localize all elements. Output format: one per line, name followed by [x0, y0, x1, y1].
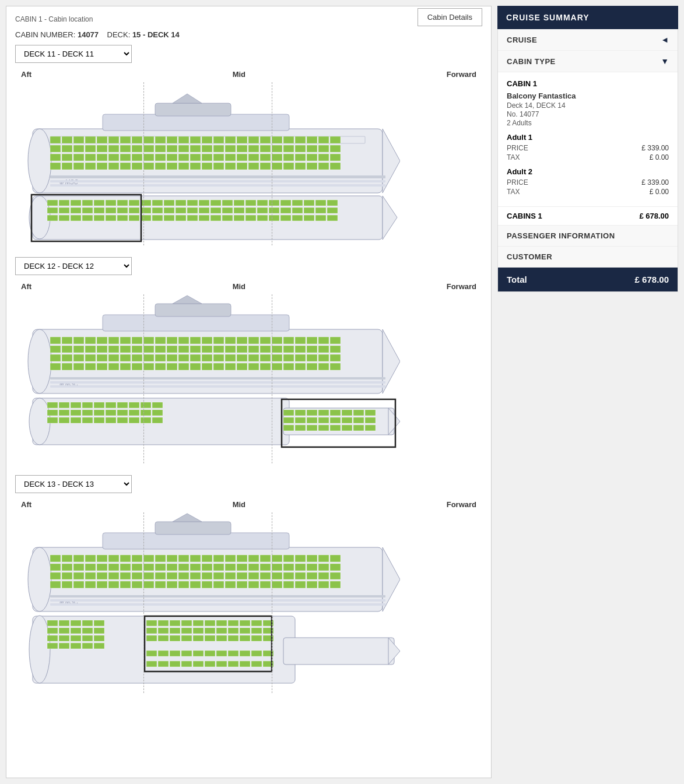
- svg-rect-352: [307, 425, 317, 431]
- svg-rect-169: [106, 215, 116, 221]
- passenger-info-row[interactable]: PASSENGER INFORMATION: [498, 226, 678, 247]
- svg-rect-78: [295, 154, 306, 161]
- svg-rect-315: [59, 410, 69, 416]
- svg-rect-506: [170, 628, 180, 634]
- svg-rect-402: [190, 564, 201, 571]
- svg-rect-440: [50, 581, 61, 588]
- customer-row[interactable]: CUSTOMER: [498, 247, 678, 268]
- deck12-select[interactable]: DECK 12 - DECK 12: [15, 257, 132, 275]
- svg-rect-397: [132, 564, 142, 571]
- svg-rect-92: [167, 163, 177, 170]
- svg-rect-153: [211, 208, 221, 213]
- svg-rect-43: [178, 145, 189, 152]
- adult2-price-label: PRICE: [507, 178, 528, 187]
- svg-rect-528: [170, 651, 180, 656]
- svg-rect-236: [225, 346, 236, 353]
- svg-rect-327: [82, 417, 93, 423]
- svg-rect-317: [82, 410, 93, 416]
- svg-rect-419: [97, 572, 107, 579]
- svg-rect-122: [141, 200, 151, 206]
- svg-rect-38: [120, 145, 131, 152]
- svg-rect-333: [152, 417, 163, 423]
- svg-rect-443: [85, 581, 96, 588]
- svg-rect-456: [237, 581, 247, 588]
- svg-rect-467: [50, 599, 385, 602]
- svg-rect-413: [318, 564, 329, 571]
- svg-rect-323: [152, 410, 163, 416]
- svg-rect-146: [129, 208, 139, 213]
- svg-rect-441: [62, 581, 72, 588]
- svg-rect-348: [353, 417, 364, 423]
- svg-rect-449: [155, 581, 166, 588]
- svg-rect-27: [283, 136, 294, 143]
- cabin-type-expand-icon[interactable]: ▼: [661, 57, 669, 66]
- svg-rect-175: [176, 215, 186, 221]
- cabin-type-row[interactable]: CABIN TYPE ▼: [498, 51, 678, 72]
- svg-rect-521: [216, 635, 227, 641]
- svg-rect-91: [155, 163, 166, 170]
- svg-rect-208: [190, 337, 201, 344]
- cabin-details-button[interactable]: Cabin Details: [418, 8, 482, 26]
- svg-rect-144: [106, 208, 116, 213]
- svg-rect-29: [307, 136, 317, 143]
- svg-point-113: [29, 196, 50, 239]
- svg-rect-257: [178, 354, 189, 361]
- svg-rect-312: [141, 402, 151, 408]
- svg-rect-451: [178, 581, 189, 588]
- svg-rect-207: [178, 337, 189, 344]
- svg-point-470: [29, 616, 50, 683]
- svg-rect-530: [193, 651, 204, 656]
- svg-rect-331: [129, 417, 139, 423]
- svg-rect-143: [94, 208, 104, 213]
- svg-rect-265: [272, 354, 282, 361]
- deck12-mid-label: Mid: [233, 282, 245, 291]
- svg-rect-493: [146, 620, 157, 626]
- svg-rect-14: [132, 136, 142, 143]
- svg-rect-318: [94, 410, 104, 416]
- svg-rect-491: [82, 643, 93, 649]
- svg-rect-229: [143, 346, 154, 353]
- svg-rect-123: [152, 200, 163, 206]
- svg-rect-267: [295, 354, 306, 361]
- svg-rect-403: [202, 564, 212, 571]
- svg-rect-157: [257, 208, 268, 213]
- svg-rect-203: [132, 337, 142, 344]
- svg-rect-66: [155, 154, 166, 161]
- svg-rect-213: [248, 337, 259, 344]
- cruise-collapse-icon[interactable]: ◄: [661, 35, 669, 44]
- svg-rect-247: [62, 354, 72, 361]
- svg-rect-332: [141, 417, 151, 423]
- deck11-select[interactable]: DECK 11 - DECK 11: [15, 45, 132, 63]
- svg-rect-484: [59, 635, 69, 641]
- deck13-select[interactable]: DECK 13 - DECK 13: [15, 475, 132, 493]
- svg-rect-163: [327, 208, 338, 213]
- svg-rect-512: [240, 628, 250, 634]
- svg-rect-355: [342, 425, 352, 431]
- cabin-type-row-label: CABIN TYPE: [507, 57, 556, 66]
- svg-rect-289: [260, 363, 271, 370]
- svg-rect-474: [59, 620, 69, 626]
- svg-rect-11: [97, 136, 107, 143]
- svg-rect-32: [50, 145, 61, 152]
- svg-rect-15: [143, 136, 154, 143]
- svg-rect-426: [178, 572, 189, 579]
- deck13-dropdown[interactable]: DECK 13 - DECK 13: [15, 475, 482, 493]
- deck11-dropdown[interactable]: DECK 11 - DECK 11: [15, 45, 482, 63]
- svg-rect-54: [307, 145, 317, 152]
- cabins-total-label: CABINS 1: [507, 212, 542, 220]
- svg-rect-211: [225, 337, 236, 344]
- deck11-aft-label: Aft: [21, 70, 31, 79]
- svg-rect-94: [190, 163, 201, 170]
- svg-rect-238: [248, 346, 259, 353]
- svg-rect-109: [50, 180, 385, 182]
- svg-rect-341: [365, 410, 376, 416]
- svg-rect-387: [307, 555, 317, 562]
- svg-rect-520: [205, 635, 215, 641]
- deck12-diagram: ⊕ MSC: [15, 294, 400, 463]
- cruise-row[interactable]: CRUISE ◄: [498, 29, 678, 51]
- svg-rect-384: [272, 555, 282, 562]
- svg-rect-523: [240, 635, 250, 641]
- deck12-dropdown[interactable]: DECK 12 - DECK 12: [15, 257, 482, 275]
- svg-rect-33: [62, 145, 72, 152]
- svg-point-192: [28, 329, 51, 393]
